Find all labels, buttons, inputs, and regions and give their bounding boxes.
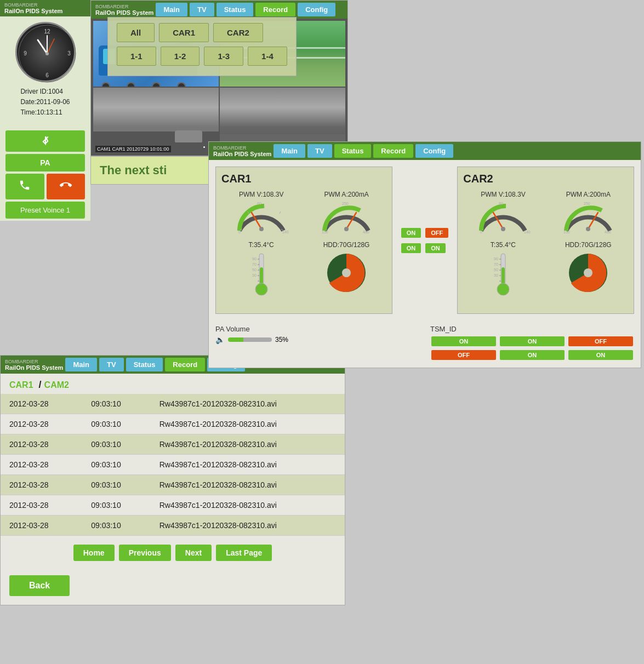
svg-text:50: 50	[494, 268, 498, 272]
tsm-on-1[interactable]: ON	[431, 336, 496, 346]
tsm-on-4[interactable]: ON	[568, 350, 633, 360]
tsm-id-label: TSM_ID	[430, 325, 634, 333]
tv-main-button[interactable]: Main	[156, 3, 187, 16]
tsm-on-3[interactable]: ON	[500, 350, 565, 360]
car2-button[interactable]: CAR2	[213, 23, 263, 42]
car1-on-btn3[interactable]: ON	[425, 243, 446, 253]
car2-hdd-label: HDD:70G/128G	[549, 241, 628, 249]
svg-text:250: 250	[584, 202, 590, 205]
status-main-button[interactable]: Main	[273, 144, 305, 158]
tv-company: BOMBARDIER	[95, 4, 153, 9]
svg-point-32	[342, 268, 351, 277]
table-row[interactable]: 2012-03-28 09:03:10 Rw43987c1-20120328-0…	[1, 455, 345, 475]
tsm-off-2[interactable]: OFF	[431, 350, 496, 360]
svg-text:3: 3	[67, 50, 71, 56]
svg-text:50: 50	[252, 268, 257, 272]
volume-slider[interactable]	[228, 337, 272, 342]
car2-pwm-v-gauge: 0 80 140	[476, 201, 531, 233]
record-table: 2012-03-28 09:03:10 Rw43987c1-20120328-0…	[1, 394, 345, 536]
status-status-button[interactable]: Status	[334, 144, 372, 158]
car1-off-btn1[interactable]: OFF	[425, 228, 448, 238]
record-file: Rw43987c1-20120328-082310.avi	[151, 455, 345, 475]
car1-hdd: HDD:70G/128G	[306, 241, 386, 302]
tv-system: RailOn PIDS System	[95, 9, 153, 16]
tv-status-button[interactable]: Status	[216, 3, 254, 16]
status-record-button[interactable]: Record	[373, 144, 413, 158]
bluetooth-button[interactable]	[5, 130, 85, 152]
preset-voice-button[interactable]: Preset Voince 1	[5, 202, 85, 219]
back-button[interactable]: Back	[9, 575, 70, 596]
record-main-button[interactable]: Main	[65, 358, 97, 371]
home-button[interactable]: Home	[73, 545, 115, 561]
car2-pwm-a-gauge: 150 250 480	[561, 201, 615, 233]
car1-gauge-row1: PWM V:108.3V	[221, 191, 386, 236]
car2-gauge-row1: PWM V:108.3V 0 80 140 PWM A:200mA	[463, 191, 628, 236]
sidebar: BOMBARDIER RailOn PIDS System 12 3 6 9	[0, 0, 90, 221]
end-call-button[interactable]	[47, 174, 86, 199]
table-row[interactable]: 2012-03-28 09:03:10 Rw43987c1-20120328-0…	[1, 434, 345, 455]
car2-hdd: HDD:70G/128G	[549, 241, 628, 302]
record-status-button[interactable]: Status	[126, 358, 163, 371]
cam13-button[interactable]: 1-3	[204, 47, 243, 66]
car1-pwm-v-gauge: 0 80 140	[234, 201, 289, 233]
table-row[interactable]: 2012-03-28 09:03:10 Rw43987c1-20120328-0…	[1, 475, 345, 495]
record-date: 2012-03-28	[1, 394, 82, 414]
previous-button[interactable]: Previous	[119, 545, 171, 561]
analog-clock: 12 3 6 9	[15, 22, 76, 82]
clock-area: 12 3 6 9 Driver ID:1004 Date:2011-09-06 …	[0, 16, 90, 128]
table-row[interactable]: 2012-03-28 09:03:10 Rw43987c1-20120328-0…	[1, 516, 345, 536]
status-tv-button[interactable]: TV	[307, 144, 332, 158]
car1-thermo: 90 70 50 30	[248, 251, 275, 300]
record-time: 09:03:10	[82, 394, 151, 414]
car2-pwm-v: PWM V:108.3V 0 80 140	[463, 191, 543, 236]
car1-on-btn2[interactable]: ON	[401, 243, 421, 253]
camera-thumb-3[interactable]: CAM1 CAR1 20120729 10:01:00	[93, 88, 219, 153]
cam14-button[interactable]: 1-4	[248, 47, 287, 66]
svg-line-5	[38, 40, 47, 54]
svg-rect-20	[260, 267, 263, 284]
svg-text:140: 140	[282, 230, 289, 233]
record-record-button[interactable]: Record	[165, 358, 205, 371]
record-time: 09:03:10	[82, 516, 151, 536]
preset-label: Preset Voince 1	[20, 206, 70, 214]
car2-temp-label: T:35.4°C	[463, 241, 543, 249]
car1-on-btn1[interactable]: ON	[401, 228, 421, 238]
car1-temp-label: T:35.4°C	[221, 241, 301, 249]
car-shape	[175, 130, 202, 142]
car2-temp: T:35.4°C 90 70 50 30	[463, 241, 543, 302]
car2-panel: CAR2 PWM V:108.3V 0 80 140 PWM A:200	[457, 167, 634, 314]
record-tv-button[interactable]: TV	[99, 358, 124, 371]
record-file: Rw43987c1-20120328-082310.avi	[151, 495, 345, 516]
company-name: BOMBARDIER	[4, 2, 62, 8]
tsm-on-2[interactable]: ON	[500, 336, 565, 346]
breadcrumb-cam: CAM2	[44, 380, 69, 390]
last-page-button[interactable]: Last Page	[216, 545, 272, 561]
status-config-button[interactable]: Config	[415, 144, 453, 158]
table-row[interactable]: 2012-03-28 09:03:10 Rw43987c1-20120328-0…	[1, 414, 345, 434]
cam11-button[interactable]: 1-1	[117, 47, 156, 66]
record-time: 09:03:10	[82, 475, 151, 495]
tsm-off-1[interactable]: OFF	[568, 336, 633, 346]
svg-text:30: 30	[252, 273, 257, 277]
call-button[interactable]	[5, 174, 44, 199]
cam12-button[interactable]: 1-2	[161, 47, 200, 66]
back-btn-area: Back	[1, 570, 345, 605]
next-button[interactable]: Next	[175, 545, 212, 561]
tv-tv-button[interactable]: TV	[190, 3, 214, 16]
car1-button[interactable]: CAR1	[159, 23, 209, 42]
record-time: 09:03:10	[82, 414, 151, 434]
status-system: RailOn PIDS System	[213, 151, 271, 157]
tv-record-button[interactable]: Record	[255, 3, 295, 16]
table-row[interactable]: 2012-03-28 09:03:10 Rw43987c1-20120328-0…	[1, 394, 345, 414]
all-button[interactable]: All	[117, 23, 155, 42]
car-select-overlay: All CAR1 CAR2 1-1 1-2 1-3 1-4	[107, 17, 297, 76]
svg-text:80: 80	[257, 202, 261, 205]
tv-config-button[interactable]: Config	[298, 3, 335, 16]
svg-point-15	[344, 227, 349, 231]
table-row[interactable]: 2012-03-28 09:03:10 Rw43987c1-20120328-0…	[1, 495, 345, 516]
record-system: RailOn PIDS System	[5, 364, 63, 371]
pa-button[interactable]: PA	[5, 154, 85, 171]
call-buttons	[5, 174, 85, 199]
car1-gauge-row2: T:35.4°C 90	[221, 241, 386, 302]
record-time: 09:03:10	[82, 495, 151, 516]
